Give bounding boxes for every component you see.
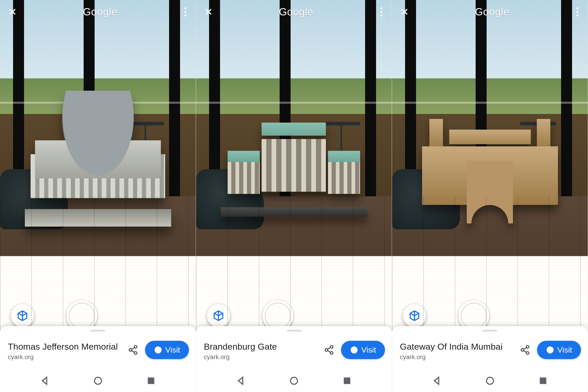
- ar-camera-viewport[interactable]: Google: [0, 0, 196, 338]
- landmark-title: Gateway Of India Mumbai: [400, 341, 513, 352]
- nav-recent-button[interactable]: [538, 376, 548, 387]
- view-3d-button[interactable]: [403, 304, 426, 327]
- brand-logo: Google: [279, 6, 313, 18]
- overflow-menu-icon: [185, 7, 186, 9]
- ar-model: [25, 91, 171, 237]
- overflow-menu-icon: [381, 7, 382, 9]
- visit-button-label: Visit: [557, 345, 572, 354]
- nav-back-button[interactable]: [236, 376, 246, 387]
- landmark-title: Thomas Jefferson Memorial: [8, 341, 121, 352]
- nav-recent-icon: [538, 376, 548, 386]
- landmark-source: cyark.org: [8, 353, 121, 361]
- top-bar: Google: [392, 0, 588, 24]
- visit-button-label: Visit: [361, 345, 376, 354]
- share-icon: [520, 345, 530, 355]
- nav-recent-button[interactable]: [146, 376, 156, 387]
- info-sheet[interactable]: Gateway Of India Mumbai cyark.org Visit: [392, 326, 588, 371]
- visit-button-label: Visit: [165, 345, 180, 354]
- ar-camera-viewport[interactable]: Google: [392, 0, 588, 338]
- visit-button[interactable]: Visit: [145, 341, 189, 359]
- overflow-menu-button[interactable]: [182, 5, 188, 19]
- brand-logo: Google: [83, 6, 117, 18]
- nav-back-icon: [40, 376, 50, 386]
- info-sheet[interactable]: Thomas Jefferson Memorial cyark.org Visi…: [0, 326, 196, 371]
- svg-point-13: [521, 349, 524, 351]
- overflow-menu-button[interactable]: [378, 5, 384, 19]
- globe-icon: [350, 346, 358, 354]
- svg-point-2: [134, 352, 137, 354]
- svg-rect-17: [540, 378, 546, 384]
- close-icon: [204, 7, 213, 16]
- nav-home-icon: [93, 376, 103, 386]
- nav-back-icon: [432, 376, 442, 386]
- svg-point-16: [486, 377, 493, 384]
- cube-3d-icon: [17, 310, 28, 321]
- overflow-menu-button[interactable]: [574, 5, 580, 19]
- close-icon: [400, 7, 409, 16]
- svg-point-14: [526, 352, 529, 354]
- info-sheet[interactable]: Brandenburg Gate cyark.org Visit: [196, 326, 392, 371]
- globe-icon: [154, 346, 162, 354]
- close-button[interactable]: [203, 7, 214, 17]
- nav-back-icon: [236, 376, 246, 386]
- sheet-drag-handle[interactable]: [287, 330, 301, 332]
- sheet-drag-handle[interactable]: [91, 330, 105, 332]
- share-button[interactable]: [517, 342, 533, 358]
- landmark-title: Brandenburg Gate: [204, 341, 317, 352]
- svg-rect-11: [344, 378, 350, 384]
- svg-point-6: [330, 345, 333, 348]
- ar-screen: Google Brandenburg Gate cyark.org: [196, 0, 392, 392]
- share-icon: [128, 345, 138, 355]
- visit-button[interactable]: Visit: [341, 341, 385, 359]
- share-button[interactable]: [125, 342, 141, 358]
- nav-home-button[interactable]: [93, 376, 103, 387]
- landmark-source: cyark.org: [400, 353, 513, 361]
- nav-home-icon: [289, 376, 299, 386]
- cube-3d-icon: [409, 310, 420, 321]
- cube-3d-icon: [213, 310, 224, 321]
- svg-point-0: [134, 345, 137, 348]
- android-nav-bar: [392, 371, 588, 392]
- close-icon: [8, 7, 17, 16]
- close-button[interactable]: [7, 7, 18, 17]
- brand-logo: Google: [475, 6, 509, 18]
- share-button[interactable]: [321, 342, 337, 358]
- overflow-menu-icon: [577, 7, 578, 9]
- view-3d-button[interactable]: [11, 304, 34, 327]
- nav-home-button[interactable]: [485, 376, 495, 387]
- ar-camera-viewport[interactable]: Google: [196, 0, 392, 338]
- android-nav-bar: [196, 371, 392, 392]
- ar-model: [221, 123, 367, 217]
- svg-point-8: [330, 352, 333, 354]
- top-bar: Google: [0, 0, 196, 24]
- svg-point-10: [290, 377, 297, 384]
- android-nav-bar: [0, 371, 196, 392]
- nav-recent-button[interactable]: [342, 376, 352, 387]
- svg-point-4: [94, 377, 101, 384]
- svg-point-12: [526, 345, 529, 348]
- visit-button[interactable]: Visit: [537, 341, 581, 359]
- sheet-drag-handle[interactable]: [483, 330, 497, 332]
- ar-screen: Google Gateway Of India Mumbai cyark.org: [392, 0, 588, 392]
- globe-icon: [546, 346, 554, 354]
- svg-rect-5: [148, 378, 154, 384]
- svg-point-1: [129, 349, 132, 351]
- view-3d-button[interactable]: [207, 304, 230, 327]
- nav-back-button[interactable]: [40, 376, 50, 387]
- ar-screen: Google Thomas Jefferson Memorial cyark.o…: [0, 0, 196, 392]
- nav-recent-icon: [342, 376, 352, 386]
- close-button[interactable]: [399, 7, 410, 17]
- top-bar: Google: [196, 0, 392, 24]
- landmark-source: cyark.org: [204, 353, 317, 361]
- share-icon: [324, 345, 334, 355]
- nav-home-button[interactable]: [289, 376, 299, 387]
- nav-home-icon: [485, 376, 495, 386]
- nav-back-button[interactable]: [432, 376, 442, 387]
- nav-recent-icon: [146, 376, 156, 386]
- svg-point-7: [325, 349, 328, 351]
